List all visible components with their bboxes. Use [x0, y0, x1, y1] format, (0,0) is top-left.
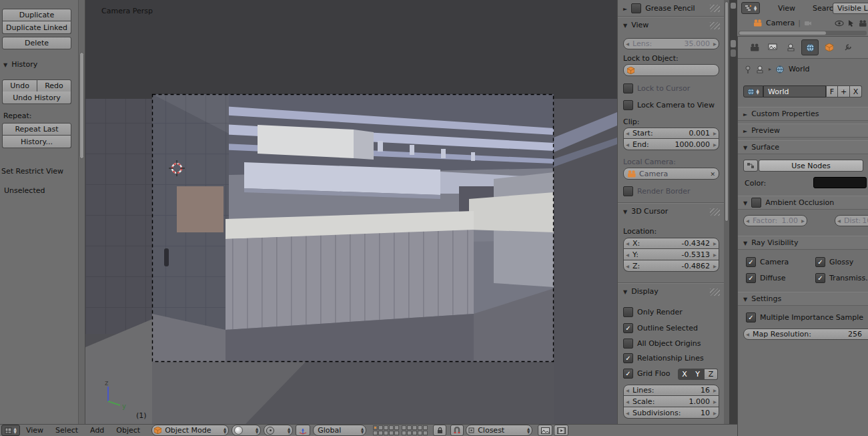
grid-floor-row[interactable]: Grid Floo: [623, 369, 670, 379]
snap-target-dropdown[interactable]: Closest: [466, 425, 532, 436]
nodes-icon-button[interactable]: [743, 160, 758, 172]
pivot-dropdown[interactable]: [264, 425, 293, 436]
local-camera-field[interactable]: Camera: [623, 168, 719, 180]
relationship-lines-row[interactable]: Relationship Lines: [623, 353, 704, 363]
increment-arrow-icon[interactable]: [713, 239, 717, 248]
clear-icon[interactable]: [710, 170, 715, 178]
mis-row[interactable]: Multiple Importance Sample: [746, 312, 863, 322]
decrement-arrow-icon[interactable]: [626, 262, 629, 270]
toolshelf-scrollbar-thumb[interactable]: [79, 52, 84, 159]
ray-transmission-row[interactable]: Transmiss...: [815, 273, 868, 283]
layer-cell[interactable]: [407, 431, 412, 435]
undo-button[interactable]: Undo: [2, 79, 37, 92]
outline-selected-checkbox[interactable]: [623, 323, 633, 333]
manipulator-toggle[interactable]: [296, 425, 310, 436]
outliner-camera-item[interactable]: Camera |: [753, 19, 812, 27]
panel-drag-hatch[interactable]: [710, 5, 720, 12]
ambient-occlusion-header[interactable]: Ambient Occlusion: [738, 196, 868, 210]
layer-cell[interactable]: [423, 425, 428, 430]
outliner-hscrollbar-thumb[interactable]: [739, 31, 826, 35]
tab-scene[interactable]: [783, 41, 798, 54]
scene-breadcrumb-icon[interactable]: [756, 65, 764, 73]
repeat-last-button[interactable]: Repeat Last: [2, 123, 71, 136]
layer-cell[interactable]: [394, 431, 399, 435]
ray-diffuse-row[interactable]: Diffuse: [746, 273, 786, 283]
location-z-field[interactable]: Z: -0.4862: [623, 260, 719, 272]
layer-cell[interactable]: [412, 431, 417, 435]
all-object-origins-checkbox[interactable]: [623, 339, 633, 349]
increment-arrow-icon[interactable]: [801, 216, 805, 225]
grease-pencil-checkbox[interactable]: [631, 3, 641, 13]
increment-arrow-icon[interactable]: [713, 140, 717, 149]
grid-z-toggle[interactable]: Z: [705, 369, 718, 380]
decrement-arrow-icon[interactable]: [626, 239, 629, 248]
n-panel-scrollbar[interactable]: [724, 0, 729, 436]
custom-properties-header[interactable]: Custom Properties: [738, 107, 868, 121]
orientation-dropdown[interactable]: Global: [313, 425, 366, 436]
layer-cell[interactable]: [389, 431, 394, 435]
layer-cell[interactable]: [373, 425, 378, 430]
redo-button[interactable]: Redo: [37, 79, 71, 92]
grid-floor-checkbox[interactable]: [623, 369, 633, 379]
ao-distance-slider[interactable]: Dist: 10.000: [835, 215, 868, 226]
panel-drag-hatch[interactable]: [710, 22, 720, 29]
select-menu[interactable]: Select: [49, 425, 84, 436]
lock-camera-to-view-checkbox[interactable]: [623, 100, 633, 110]
outliner-hscrollbar[interactable]: [739, 31, 867, 35]
scale-field[interactable]: Scale: 1.000: [623, 396, 719, 407]
display-mode-dropdown[interactable]: Visible La: [833, 3, 868, 14]
panel-drag-hatch[interactable]: [710, 208, 720, 216]
clip-start-slider[interactable]: Start: 0.001: [623, 128, 719, 139]
layer-cell[interactable]: [384, 425, 388, 430]
all-object-origins-row[interactable]: All Object Origins: [623, 339, 701, 349]
only-render-checkbox[interactable]: [623, 307, 633, 317]
increment-arrow-icon[interactable]: [713, 262, 717, 270]
render-restrict-camera-icon[interactable]: [859, 20, 867, 27]
decrement-arrow-icon[interactable]: [837, 216, 841, 225]
increment-arrow-icon[interactable]: [713, 129, 717, 138]
collapsed-icon[interactable]: [731, 40, 736, 47]
ambient-occlusion-checkbox[interactable]: [751, 198, 761, 208]
ray-glossy-checkbox[interactable]: [815, 257, 825, 267]
world-color-swatch[interactable]: [813, 177, 867, 188]
render-opengl-anim-button[interactable]: [554, 425, 568, 436]
mis-checkbox[interactable]: [746, 312, 756, 322]
decrement-arrow-icon[interactable]: [626, 386, 629, 395]
increment-arrow-icon[interactable]: [713, 397, 717, 406]
ray-camera-row[interactable]: Camera: [746, 257, 789, 267]
collapsed-icon[interactable]: [731, 49, 736, 57]
layer-cell[interactable]: [402, 431, 406, 435]
ao-factor-slider[interactable]: Factor: 1.00: [743, 215, 807, 226]
increment-arrow-icon[interactable]: [713, 39, 717, 48]
pin-icon[interactable]: [745, 65, 751, 73]
history-menu-button[interactable]: History...: [2, 136, 71, 148]
fake-user-button[interactable]: F: [826, 85, 838, 97]
lock-to-scene-toggle[interactable]: [433, 425, 446, 436]
restriction-toggles[interactable]: [835, 19, 867, 27]
add-datablock-button[interactable]: +: [838, 85, 850, 97]
mode-dropdown[interactable]: Object Mode: [151, 425, 229, 436]
decrement-arrow-icon[interactable]: [626, 140, 629, 149]
layer-cell[interactable]: [423, 431, 428, 435]
render-opengl-button[interactable]: [538, 425, 552, 436]
add-menu[interactable]: Add: [84, 425, 110, 436]
use-nodes-button[interactable]: Use Nodes: [759, 160, 863, 172]
view-menu[interactable]: View: [20, 425, 49, 436]
increment-arrow-icon[interactable]: [713, 409, 717, 417]
layer-cell[interactable]: [394, 425, 399, 430]
world-name-field[interactable]: World: [763, 85, 826, 97]
shading-dropdown[interactable]: [232, 425, 261, 436]
preview-header[interactable]: Preview: [738, 124, 868, 138]
panel-drag-hatch[interactable]: [710, 288, 720, 296]
tab-render[interactable]: [747, 41, 762, 54]
outliner-view-menu[interactable]: View: [772, 3, 801, 13]
tab-render-layers[interactable]: [765, 41, 780, 54]
render-border-checkbox[interactable]: [623, 186, 633, 196]
location-x-field[interactable]: X: -0.4342: [623, 238, 719, 249]
collapsed-icon[interactable]: [731, 3, 736, 9]
lock-to-cursor-checkbox[interactable]: [623, 83, 633, 93]
lines-field[interactable]: Lines: 16: [623, 385, 719, 396]
object-menu[interactable]: Object: [110, 425, 146, 436]
increment-arrow-icon[interactable]: [713, 386, 717, 395]
decrement-arrow-icon[interactable]: [626, 250, 629, 259]
